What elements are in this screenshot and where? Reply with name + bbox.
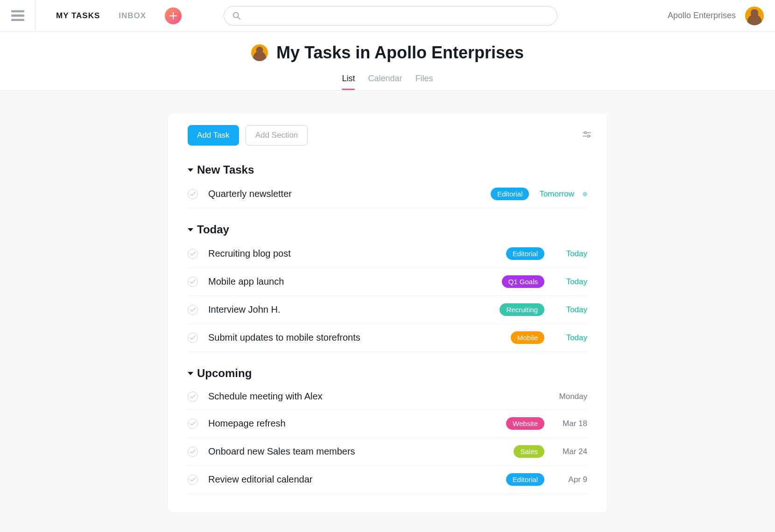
- task-title[interactable]: Homepage refresh: [208, 418, 501, 429]
- task-tag[interactable]: Sales: [514, 445, 544, 458]
- task-tag[interactable]: Q1 Goals: [502, 275, 544, 288]
- task-title[interactable]: Interview John H.: [208, 304, 495, 315]
- section-title: Today: [197, 223, 229, 236]
- sliders-icon: [582, 129, 592, 140]
- task-title[interactable]: Onboard new Sales team members: [208, 446, 509, 457]
- view-tab-list[interactable]: List: [342, 74, 355, 90]
- section-title: New Tasks: [197, 163, 254, 176]
- complete-checkbox[interactable]: [188, 305, 198, 315]
- quick-add-button[interactable]: [165, 7, 182, 24]
- svg-point-6: [585, 132, 587, 134]
- check-icon: [190, 421, 196, 426]
- task-due: Tomorrow: [539, 189, 574, 199]
- nav-tabs: MY TASKS INBOX: [35, 11, 146, 21]
- task-title[interactable]: Review editorial calendar: [208, 474, 501, 485]
- task-due: Today: [555, 277, 587, 287]
- caret-down-icon: [188, 168, 193, 172]
- card-toolbar: Add Task Add Section: [168, 125, 607, 155]
- svg-point-3: [233, 12, 239, 17]
- section-header[interactable]: New Tasks: [188, 163, 587, 176]
- view-tabs: List Calendar Files: [0, 74, 775, 90]
- task-due: Mar 24: [555, 447, 587, 456]
- task-tag[interactable]: Editorial: [506, 473, 544, 486]
- task-due: Monday: [555, 392, 587, 401]
- svg-line-4: [238, 17, 240, 19]
- task-row[interactable]: Interview John H.RecruitingToday: [188, 296, 587, 324]
- task-tag[interactable]: Editorial: [491, 188, 529, 200]
- task-due: Apr 9: [555, 475, 587, 484]
- task-row[interactable]: Onboard new Sales team membersSalesMar 2…: [188, 438, 587, 466]
- page-title: My Tasks in Apollo Enterprises: [276, 43, 524, 63]
- task-title[interactable]: Quarterly newsletter: [208, 189, 486, 199]
- section-header[interactable]: Upcoming: [188, 367, 587, 380]
- task-row[interactable]: Homepage refreshWebsiteMar 18: [188, 410, 587, 438]
- svg-rect-1: [11, 14, 24, 16]
- plus-icon: [169, 12, 177, 20]
- check-icon: [190, 280, 196, 284]
- task-title[interactable]: Schedule meeting with Alex: [208, 391, 544, 402]
- check-icon: [190, 252, 196, 256]
- task-due: Today: [555, 333, 587, 343]
- user-avatar[interactable]: [745, 7, 764, 25]
- add-section-button[interactable]: Add Section: [246, 125, 308, 146]
- task-row[interactable]: Mobile app launchQ1 GoalsToday: [188, 268, 587, 296]
- check-icon: [190, 336, 196, 340]
- task-row[interactable]: Review editorial calendarEditorialApr 9: [188, 466, 587, 494]
- task-row[interactable]: Recruiting blog postEditorialToday: [188, 240, 587, 268]
- topbar: MY TASKS INBOX Apollo Enterprises: [0, 0, 775, 32]
- svg-rect-2: [11, 19, 24, 21]
- task-card: Add Task Add Section New TasksQuarterly …: [168, 114, 607, 512]
- svg-rect-0: [11, 10, 24, 12]
- task-title[interactable]: Recruiting blog post: [208, 248, 501, 259]
- caret-down-icon: [188, 372, 193, 375]
- complete-checkbox[interactable]: [188, 419, 198, 429]
- task-tag[interactable]: Editorial: [506, 247, 544, 260]
- task-due: Mar 18: [555, 419, 587, 428]
- status-dot-icon: [583, 192, 587, 196]
- complete-checkbox[interactable]: [188, 189, 198, 199]
- complete-checkbox[interactable]: [188, 333, 198, 343]
- check-icon: [190, 394, 196, 399]
- search-icon: [232, 12, 241, 20]
- task-title[interactable]: Submit updates to mobile storefronts: [208, 332, 506, 343]
- view-tab-calendar[interactable]: Calendar: [368, 74, 402, 90]
- section-header[interactable]: Today: [188, 223, 587, 236]
- section: UpcomingSchedule meeting with AlexMonday…: [168, 367, 607, 494]
- nav-my-tasks[interactable]: MY TASKS: [56, 11, 100, 21]
- task-tag[interactable]: Recruiting: [500, 303, 544, 316]
- add-task-button[interactable]: Add Task: [188, 125, 239, 146]
- task-title[interactable]: Mobile app launch: [208, 276, 497, 287]
- svg-point-8: [587, 135, 590, 137]
- nav-inbox[interactable]: INBOX: [119, 11, 146, 21]
- task-due: Today: [555, 305, 587, 315]
- filter-button[interactable]: [582, 129, 592, 141]
- view-tab-files[interactable]: Files: [416, 74, 433, 90]
- page-header: My Tasks in Apollo Enterprises List Cale…: [0, 32, 775, 91]
- search-wrap: [224, 6, 557, 26]
- complete-checkbox[interactable]: [188, 475, 198, 485]
- task-row[interactable]: Schedule meeting with AlexMonday: [188, 384, 587, 410]
- task-tag[interactable]: Mobile: [511, 331, 544, 344]
- check-icon: [190, 192, 196, 196]
- search-field[interactable]: [224, 6, 557, 26]
- section: TodayRecruiting blog postEditorialTodayM…: [168, 223, 607, 352]
- task-due: Today: [555, 249, 587, 259]
- menu-toggle[interactable]: [0, 0, 35, 32]
- check-icon: [190, 308, 196, 312]
- caret-down-icon: [188, 228, 193, 231]
- workspace-name[interactable]: Apollo Enterprises: [668, 11, 736, 21]
- search-input[interactable]: [247, 12, 549, 20]
- page-avatar: [251, 44, 268, 61]
- task-tag[interactable]: Website: [506, 417, 544, 430]
- task-row[interactable]: Quarterly newsletterEditorialTomorrow: [188, 180, 587, 208]
- section: New TasksQuarterly newsletterEditorialTo…: [168, 163, 607, 208]
- hamburger-icon: [11, 10, 24, 21]
- complete-checkbox[interactable]: [188, 392, 198, 402]
- complete-checkbox[interactable]: [188, 277, 198, 287]
- task-row[interactable]: Submit updates to mobile storefrontsMobi…: [188, 324, 587, 352]
- check-icon: [190, 449, 196, 454]
- complete-checkbox[interactable]: [188, 249, 198, 259]
- check-icon: [190, 477, 196, 482]
- section-title: Upcoming: [197, 367, 252, 380]
- complete-checkbox[interactable]: [188, 447, 198, 457]
